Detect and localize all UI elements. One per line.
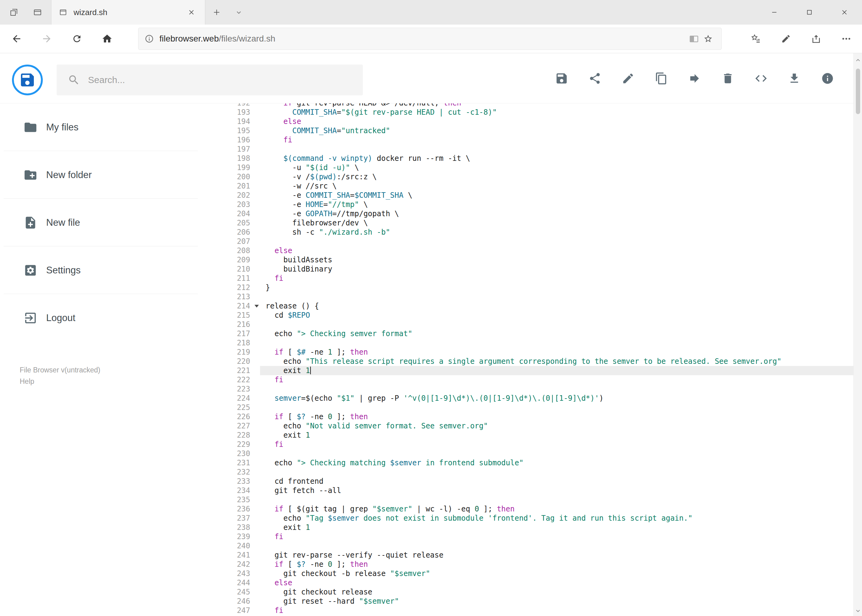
code-line[interactable]: 228 exit 1 (222, 431, 853, 440)
sidebar-item-new-file[interactable]: New file (0, 199, 222, 246)
code-line[interactable]: 200 -v /$(pwd):/src:z \ (222, 172, 853, 181)
code-line[interactable]: 237 echo "Tag $semver does not exist in … (222, 514, 853, 523)
set-tabs-aside-button[interactable] (6, 5, 22, 20)
code-line[interactable]: 212} (222, 283, 853, 292)
delete-button[interactable] (721, 72, 734, 85)
new-tab-button[interactable] (209, 5, 224, 20)
edit-button[interactable] (621, 72, 635, 85)
tab-preview-button[interactable] (30, 5, 45, 20)
code-line[interactable]: 227 echo "Not valid semver format. See s… (222, 421, 853, 431)
code-line[interactable]: 193 COMMIT_SHA="$(git rev-parse HEAD | c… (222, 108, 853, 117)
code-line[interactable]: 231 echo "> Checking matching $semver in… (222, 458, 853, 467)
code-line[interactable]: 223 (222, 384, 853, 394)
address-bar[interactable]: filebrowser.web/files/wizard.sh (138, 28, 722, 50)
code-line[interactable]: 201 -w //src \ (222, 181, 853, 191)
home-button[interactable] (95, 28, 120, 50)
code-line[interactable]: 235 (222, 495, 853, 504)
favorite-star-button[interactable] (701, 32, 715, 46)
code-line[interactable]: 199 -u "$(id -u)" \ (222, 163, 853, 172)
code-line[interactable]: 219 if [ $# -ne 1 ]; then (222, 347, 853, 357)
minimize-button[interactable] (757, 0, 792, 25)
code-line[interactable]: 205 filebrowser/dev \ (222, 218, 853, 228)
code-line[interactable]: 203 -e HOME="//tmp" \ (222, 200, 853, 209)
code-line[interactable]: 204 -e GOPATH=//tmp/gopath \ (222, 209, 853, 218)
code-line[interactable]: 196 fi (222, 135, 853, 145)
code-line[interactable]: 246 git reset --hard "$semver" (222, 597, 853, 606)
code-line[interactable]: 195 COMMIT_SHA="untracked" (222, 126, 853, 135)
code-line[interactable]: 222 fi (222, 375, 853, 384)
code-line[interactable]: 197 (222, 145, 853, 154)
code-line[interactable]: 239 fi (222, 532, 853, 541)
code-line[interactable]: 215 cd $REPO (222, 311, 853, 320)
code-view-button[interactable] (754, 72, 768, 85)
fold-marker-icon[interactable] (255, 305, 259, 308)
code-line[interactable]: 238 exit 1 (222, 523, 853, 532)
code-line[interactable]: 211 fi (222, 274, 853, 283)
code-line[interactable]: 210 buildBinary (222, 264, 853, 274)
code-line[interactable]: 220 echo "This release script requires a… (222, 357, 853, 366)
filebrowser-logo[interactable] (12, 64, 43, 95)
code-line[interactable]: 247 fi (222, 606, 853, 615)
code-line[interactable]: 202 -e COMMIT_SHA=$COMMIT_SHA \ (222, 191, 853, 200)
info-button[interactable] (821, 72, 834, 85)
code-line[interactable]: 240 (222, 541, 853, 550)
code-line[interactable]: 221 exit 1 (222, 366, 853, 375)
code-line[interactable]: 234 git fetch --all (222, 486, 853, 495)
scrollbar-thumb[interactable] (856, 69, 860, 114)
code-line[interactable]: 207 (222, 237, 853, 246)
code-editor[interactable]: 192 if git rev-parse HEAD &> /dev/null; … (222, 103, 853, 616)
search-box[interactable] (57, 64, 363, 95)
maximize-button[interactable] (792, 0, 827, 25)
share-button[interactable] (808, 30, 824, 47)
sidebar-item-new-folder[interactable]: New folder (0, 151, 222, 199)
move-button[interactable] (688, 72, 701, 85)
sidebar-item-settings[interactable]: Settings (0, 246, 222, 294)
code-line[interactable]: 209 buildAssets (222, 255, 853, 264)
code-line[interactable]: 244 else (222, 578, 853, 588)
refresh-button[interactable] (65, 28, 89, 50)
code-line[interactable]: 230 (222, 449, 853, 458)
browser-tab-wizard-sh[interactable]: wizard.sh (51, 0, 205, 25)
scroll-down-icon[interactable] (854, 608, 862, 614)
code-line[interactable]: 213 (222, 292, 853, 302)
code-line[interactable]: 225 (222, 403, 853, 412)
code-line[interactable]: 214release () { (222, 302, 853, 311)
code-line[interactable]: 243 git checkout -b release "$semver" (222, 569, 853, 578)
code-line[interactable]: 229 fi (222, 440, 853, 449)
code-line[interactable]: 241 git rev-parse --verify --quiet relea… (222, 550, 853, 560)
code-line[interactable]: 245 git checkout release (222, 588, 853, 597)
more-button[interactable] (838, 30, 854, 47)
code-line[interactable]: 233 cd frontend (222, 477, 853, 486)
close-window-button[interactable] (827, 0, 862, 25)
code-line[interactable]: 217 echo "> Checking semver format" (222, 329, 853, 338)
help-link[interactable]: Help (20, 376, 222, 387)
code-line[interactable]: 192 if git rev-parse HEAD &> /dev/null; … (222, 103, 853, 108)
sidebar-item-my-files[interactable]: My files (0, 103, 222, 151)
search-input[interactable] (88, 75, 334, 85)
tabs-dropdown-button[interactable] (231, 5, 246, 20)
sidebar-item-logout[interactable]: Logout (0, 294, 222, 342)
web-note-button[interactable] (778, 30, 794, 47)
back-button[interactable] (4, 28, 29, 50)
reader-view-button[interactable] (687, 32, 701, 46)
code-line[interactable]: 226 if [ $? -ne 0 ]; then (222, 412, 853, 421)
save-button[interactable] (555, 72, 569, 85)
forward-button[interactable] (35, 28, 59, 50)
scroll-up-icon[interactable] (854, 58, 862, 63)
close-tab-button[interactable] (185, 6, 198, 19)
share-file-button[interactable] (588, 72, 602, 85)
code-line[interactable]: 236 if [ $(git tag | grep "$semver" | wc… (222, 504, 853, 514)
code-line[interactable]: 206 sh -c "./wizard.sh -b" (222, 228, 853, 237)
code-line[interactable]: 216 (222, 320, 853, 329)
code-line[interactable]: 232 (222, 467, 853, 477)
code-line[interactable]: 198 $(command -v winpty) docker run --rm… (222, 154, 853, 163)
code-line[interactable]: 224 semver=$(echo "$1" | grep -P '^v(0|[… (222, 394, 853, 403)
copy-button[interactable] (655, 72, 668, 85)
code-line[interactable]: 218 (222, 338, 853, 347)
code-line[interactable]: 242 if [ $? -ne 0 ]; then (222, 560, 853, 569)
hub-button[interactable] (748, 30, 764, 47)
code-line[interactable]: 194 else (222, 117, 853, 126)
code-line[interactable]: 208 else (222, 246, 853, 255)
download-button[interactable] (788, 72, 801, 85)
vertical-scrollbar[interactable] (853, 53, 862, 616)
